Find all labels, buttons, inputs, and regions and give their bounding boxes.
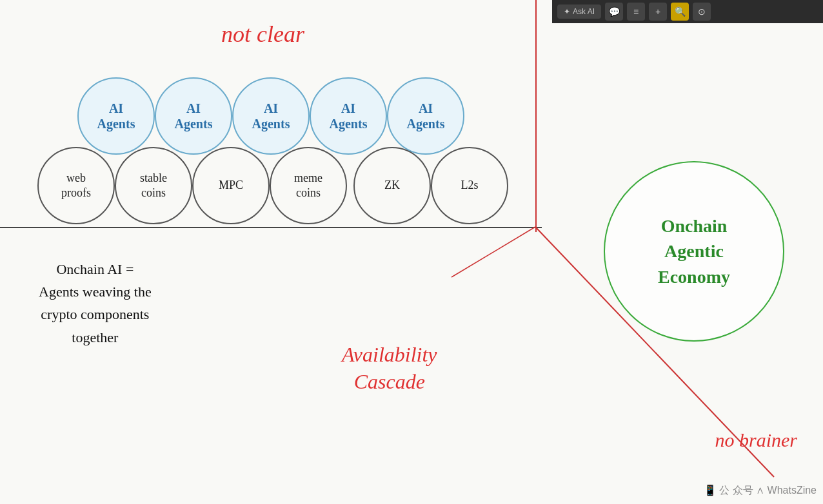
tech-circle-stablecoins: stablecoins [115, 147, 192, 224]
svg-line-1 [451, 227, 535, 277]
tech-label-mpc: MPC [219, 178, 243, 193]
ask-ai-button[interactable]: ✦ Ask AI [557, 5, 601, 19]
vertical-axis-line [535, 0, 537, 232]
ai-agent-label-2: AIAgents [175, 101, 213, 131]
ask-ai-icon: ✦ [564, 7, 570, 16]
wechat-icon: 📱 公 [704, 485, 729, 496]
tech-label-zk: ZK [384, 178, 400, 193]
no-brainer-label: no brainer [715, 429, 798, 451]
tech-circle-zk: ZK [353, 147, 431, 224]
tech-circle-mpc: MPC [192, 147, 270, 224]
whiteboard: not clear AIAgents AIAgents AIAgents AIA… [0, 0, 823, 504]
tech-label-l2s: L2s [461, 178, 479, 193]
search-icon[interactable]: 🔍 [671, 3, 689, 21]
watermark: 📱 公 众号 ∧ WhatsZine [704, 484, 817, 498]
ask-ai-label: Ask AI [573, 7, 595, 16]
toolbar: ✦ Ask AI 💬 ≡ + 🔍 ⊙ [552, 0, 823, 23]
availability-cascade-text: Availability Cascade [342, 343, 437, 393]
ai-agent-circle-2: AIAgents [155, 77, 232, 155]
tech-label-memecoins: memecoins [294, 171, 322, 201]
menu-icon[interactable]: ≡ [627, 3, 645, 21]
tech-label-stablecoins: stablecoins [140, 171, 167, 201]
ai-agent-label-4: AIAgents [330, 101, 368, 131]
availability-cascade-label: Availability Cascade [342, 342, 437, 395]
ai-agent-label-1: AIAgents [97, 101, 135, 131]
watermark-text: 众号 ∧ WhatsZine [733, 485, 817, 496]
onchain-agentic-economy-label: Onchain Agentic Economy [658, 213, 730, 289]
add-icon[interactable]: + [649, 3, 667, 21]
tech-circle-webproofs: webproofs [37, 147, 115, 224]
onchain-ai-content: Onchain AI = Agents weaving the crypto c… [39, 261, 152, 345]
comment-icon[interactable]: 💬 [605, 3, 623, 21]
ai-agent-circle-5: AIAgents [387, 77, 464, 155]
ai-agent-label-3: AIAgents [252, 101, 290, 131]
view-icon[interactable]: ⊙ [693, 3, 711, 21]
horizontal-axis-line [0, 227, 542, 228]
ai-agent-circle-4: AIAgents [310, 77, 387, 155]
tech-circle-memecoins: memecoins [270, 147, 347, 224]
tech-label-webproofs: webproofs [61, 171, 91, 201]
tech-circle-l2s: L2s [431, 147, 508, 224]
ai-agent-circle-3: AIAgents [232, 77, 310, 155]
onchain-ai-text: Onchain AI = Agents weaving the crypto c… [39, 258, 152, 349]
not-clear-label: not clear [221, 21, 304, 48]
ai-agent-circle-1: AIAgents [77, 77, 155, 155]
onchain-agentic-economy-circle: Onchain Agentic Economy [604, 161, 784, 342]
ai-agent-label-5: AIAgents [407, 101, 445, 131]
